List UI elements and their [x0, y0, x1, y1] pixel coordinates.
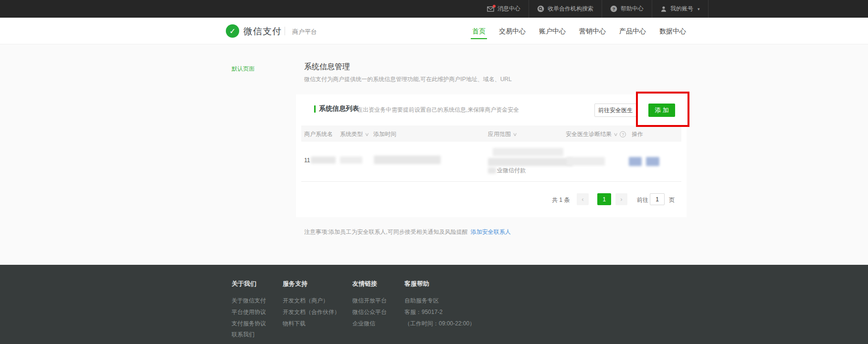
redacted-diagnosis: [567, 157, 605, 166]
panel-title: 系统信息列表: [319, 104, 359, 113]
redacted-add-time: [374, 156, 441, 164]
redacted-scope-line1: [493, 148, 563, 156]
diagnosis-help-icon[interactable]: ?: [620, 131, 626, 137]
my-account-label: 我的账号: [670, 5, 693, 13]
notice-row: 注意事项:添加员工为安全联系人,可同步接受相关通知及风险提醒添加安全联系人: [304, 228, 511, 236]
page-description: 微信支付为商户提供统一的系统信息管理功能,可在此维护商户IP地址、域名、URL: [304, 75, 512, 83]
help-center-label: 帮助中心: [621, 5, 644, 13]
my-account-item[interactable]: 我的账号 ▾: [652, 0, 708, 18]
security-doctor-button[interactable]: 前往安全医生: [594, 104, 636, 117]
col-diagnosis-filter[interactable]: 安全医生诊断结果∨?: [566, 130, 626, 138]
pagination-total: 共 1 条: [552, 196, 570, 204]
footer-link[interactable]: 自助服务专区: [404, 297, 439, 305]
page-title: 系统信息管理: [304, 62, 350, 72]
footer-link[interactable]: 企业微信: [352, 320, 375, 328]
acquirer-search-item[interactable]: 收单合作机构搜索: [529, 0, 602, 18]
footer-col-title: 关于我们: [232, 280, 256, 288]
user-icon: [660, 6, 667, 12]
footer-link[interactable]: 支付服务协议: [232, 320, 266, 328]
topbar: 消息中心 收单合作机构搜索 ? 帮助中心 我的账号 ▾: [0, 0, 868, 18]
header: ✓ 微信支付 商户平台 首页 交易中心 账户中心 营销中心 产品中心 数据中心: [0, 18, 868, 44]
unread-badge: [493, 5, 496, 8]
footer-link[interactable]: 微信开放平台: [352, 297, 387, 305]
nav-transaction-center[interactable]: 交易中心: [499, 18, 526, 44]
message-center-label: 消息中心: [498, 5, 520, 13]
chevron-down-icon: ▾: [698, 7, 700, 11]
redacted-scope-line2: [488, 158, 573, 166]
footer-col-title: 服务支持: [283, 280, 307, 288]
scope-visible-text: 业微信付款: [497, 167, 526, 175]
panel-subtitle: 在出资业务中需要提前设置自己的系统信息,来保障商户资金安全: [357, 106, 519, 114]
brand-title: 微信支付: [243, 25, 282, 38]
footer-link[interactable]: 开发文档（合作伙伴）: [283, 308, 340, 316]
main-nav: 首页 交易中心 账户中心 营销中心 产品中心 数据中心: [472, 18, 686, 44]
current-page-button[interactable]: 1: [597, 193, 611, 205]
footer-col-title: 友情链接: [352, 280, 377, 288]
col-add-time: 添加时间: [373, 130, 396, 138]
search-circle-icon: [537, 5, 544, 12]
footer-link: （工作时间：09:00-22:00）: [404, 320, 475, 328]
svg-text:?: ?: [613, 7, 615, 11]
col-system-name: 商户系统名: [304, 130, 333, 138]
mail-icon: [487, 6, 494, 12]
footer-link[interactable]: 联系我们: [232, 331, 254, 339]
wechat-pay-logo-icon[interactable]: ✓: [226, 24, 239, 38]
footer-link[interactable]: 关于微信支付: [232, 297, 266, 305]
chevron-down-icon: ∨: [365, 132, 370, 137]
message-center-item[interactable]: 消息中心: [479, 0, 529, 18]
add-button[interactable]: 添 加: [648, 104, 675, 117]
platform-label: 商户平台: [292, 28, 317, 36]
nav-data-center[interactable]: 数据中心: [659, 18, 686, 44]
brand-divider: [285, 27, 285, 35]
footer-link[interactable]: 物料下载: [283, 320, 306, 328]
sidebar-item-default-page[interactable]: 默认页面: [232, 65, 254, 73]
nav-marketing-center[interactable]: 营销中心: [579, 18, 606, 44]
chevron-down-icon: ∨: [513, 132, 518, 137]
goto-label: 前往: [637, 196, 648, 204]
row-divider: [301, 181, 681, 182]
nav-product-center[interactable]: 产品中心: [619, 18, 646, 44]
question-circle-icon: ?: [610, 5, 617, 12]
topbar-divider: [708, 0, 709, 18]
help-center-item[interactable]: ? 帮助中心: [602, 0, 652, 18]
page-unit-label: 页: [669, 196, 675, 204]
nav-home[interactable]: 首页: [472, 18, 486, 44]
prev-page-button[interactable]: ‹: [577, 193, 589, 205]
redacted-action-link-2[interactable]: [646, 157, 659, 166]
redacted-system-name: [311, 156, 336, 164]
goto-page-input[interactable]: [650, 193, 665, 205]
footer: 关于我们 关于微信支付 平台使用协议 支付服务协议 联系我们 服务支持 开发文档…: [0, 265, 868, 344]
redacted-scope-line3: [488, 167, 496, 174]
col-actions: 操作: [632, 130, 643, 138]
system-name-visible-text: 11: [304, 157, 310, 164]
acquirer-search-label: 收单合作机构搜索: [548, 5, 593, 13]
logo-check-glyph: ✓: [229, 27, 235, 36]
system-info-panel: 系统信息列表 在出资业务中需要提前设置自己的系统信息,来保障商户资金安全 前往安…: [296, 94, 687, 217]
redacted-action-link-1[interactable]: [629, 157, 642, 166]
chevron-down-icon: ∨: [614, 132, 618, 137]
topbar-menu: 消息中心 收单合作机构搜索 ? 帮助中心 我的账号 ▾: [479, 0, 709, 18]
panel-accent-bar: [314, 105, 316, 113]
footer-link[interactable]: 微信公众平台: [352, 308, 387, 316]
notice-text: 注意事项:添加员工为安全联系人,可同步接受相关通知及风险提醒: [304, 229, 468, 235]
nav-account-center[interactable]: 账户中心: [539, 18, 566, 44]
footer-col-title: 客服帮助: [404, 280, 429, 288]
next-page-button[interactable]: ›: [615, 193, 627, 205]
footer-link: 客服：95017-2: [404, 308, 443, 316]
col-scope-filter[interactable]: 应用范围∨: [488, 130, 517, 138]
redacted-system-type: [340, 156, 362, 164]
footer-link[interactable]: 开发文档（商户）: [283, 297, 328, 305]
footer-link[interactable]: 平台使用协议: [232, 308, 266, 316]
add-security-contact-link[interactable]: 添加安全联系人: [471, 229, 511, 235]
col-system-type-filter[interactable]: 系统类型∨: [340, 130, 369, 138]
